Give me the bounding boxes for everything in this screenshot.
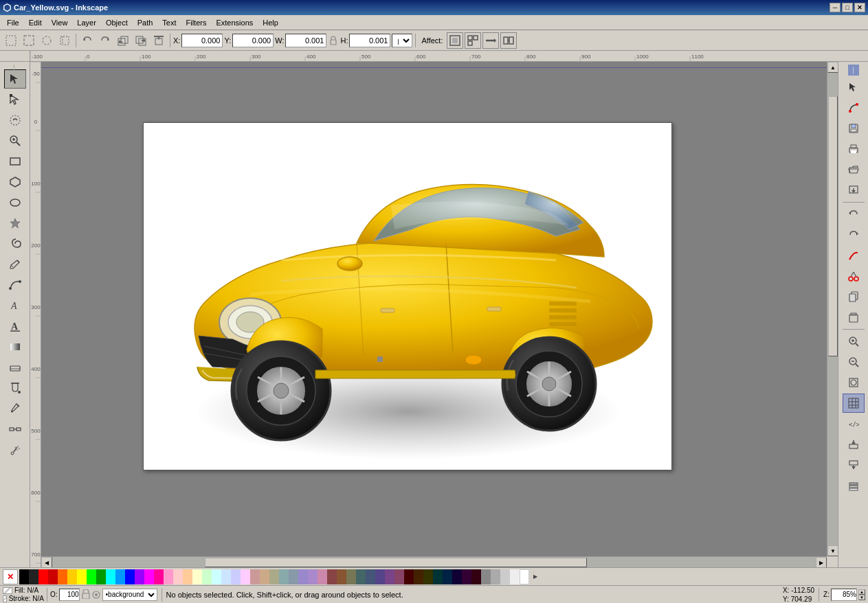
swatch-lightviolet[interactable] bbox=[241, 569, 250, 584]
no-color-swatch[interactable]: ✕ bbox=[3, 569, 18, 584]
palette-expand-button[interactable]: ▶ bbox=[531, 569, 540, 584]
swatch-red2[interactable] bbox=[48, 569, 58, 584]
tb-transform2[interactable] bbox=[56, 32, 73, 49]
canvas-area[interactable]: ▲ ▼ ◀ ▶ bbox=[41, 62, 838, 567]
swatch-chocolate[interactable] bbox=[414, 569, 423, 584]
swatch-olive[interactable] bbox=[346, 569, 356, 584]
menu-object[interactable]: Object bbox=[102, 17, 132, 28]
zoom-in-right[interactable] bbox=[843, 332, 865, 351]
swatch-lightgreen[interactable] bbox=[202, 569, 212, 584]
save-button-right[interactable] bbox=[843, 119, 865, 138]
scroll-down-button[interactable]: ▼ bbox=[827, 545, 838, 556]
stroke-color-box[interactable] bbox=[3, 595, 7, 602]
copy-right[interactable] bbox=[843, 287, 865, 306]
print-button-right[interactable] bbox=[843, 139, 865, 159]
swatch-lime[interactable] bbox=[87, 569, 96, 584]
export-button-right[interactable] bbox=[843, 181, 865, 200]
menu-help[interactable]: Help bbox=[258, 17, 282, 28]
swatch-lightpink[interactable] bbox=[164, 569, 173, 584]
swatch-brown[interactable] bbox=[337, 569, 346, 584]
swatch-gray2[interactable] bbox=[491, 569, 500, 584]
swatch-darkgray[interactable] bbox=[29, 569, 38, 584]
dropper-tool[interactable] bbox=[4, 399, 26, 418]
layer-dropdown[interactable]: •background bbox=[102, 589, 157, 601]
calligraphy-right[interactable] bbox=[843, 246, 865, 265]
swatch-slate[interactable] bbox=[289, 569, 298, 584]
scroll-thumb-v[interactable] bbox=[828, 96, 838, 356]
swatch-darkolive[interactable] bbox=[423, 569, 433, 584]
bezier-tool[interactable] bbox=[4, 275, 26, 295]
swatch-magenta[interactable] bbox=[144, 569, 154, 584]
select-tool-right[interactable] bbox=[843, 78, 865, 97]
gradient-tool[interactable] bbox=[4, 337, 26, 356]
swatch-orchid[interactable] bbox=[318, 569, 327, 584]
zoom-input[interactable] bbox=[831, 589, 857, 601]
zoom-fit-right[interactable] bbox=[843, 373, 865, 392]
scroll-up-button[interactable]: ▲ bbox=[827, 62, 838, 73]
swatch-black[interactable] bbox=[19, 569, 29, 584]
node-tool-right[interactable] bbox=[843, 98, 865, 117]
swatch-peach[interactable] bbox=[183, 569, 192, 584]
minimize-button[interactable]: ─ bbox=[830, 3, 841, 12]
zoom-tool[interactable] bbox=[4, 131, 26, 150]
swatch-darkteal[interactable] bbox=[356, 569, 366, 584]
export3-right[interactable] bbox=[843, 455, 865, 475]
swatch-orange[interactable] bbox=[58, 569, 67, 584]
swatch-crimson[interactable] bbox=[394, 569, 404, 584]
v-scrollbar[interactable]: ▲ ▼ bbox=[827, 62, 838, 556]
swatch-darkred[interactable] bbox=[327, 569, 337, 584]
swatch-blue[interactable] bbox=[125, 569, 135, 584]
swatch-yellow[interactable] bbox=[77, 569, 87, 584]
node-tool[interactable] bbox=[4, 90, 26, 109]
tb-node[interactable] bbox=[21, 32, 37, 49]
tb-redo[interactable] bbox=[97, 32, 113, 49]
swatch-green[interactable] bbox=[96, 569, 106, 584]
redo-right[interactable] bbox=[843, 225, 865, 244]
menu-extensions[interactable]: Extensions bbox=[212, 17, 257, 28]
affect-btn3[interactable] bbox=[482, 32, 499, 49]
connector-tool[interactable] bbox=[4, 420, 26, 439]
swatch-gray1[interactable] bbox=[481, 569, 491, 584]
lock-aspect-button[interactable] bbox=[328, 35, 339, 46]
menu-file[interactable]: File bbox=[3, 17, 23, 28]
affect-btn4[interactable] bbox=[500, 32, 517, 49]
swatch-lightblue[interactable] bbox=[221, 569, 231, 584]
swatch-darkcyan[interactable] bbox=[433, 569, 443, 584]
h-input[interactable] bbox=[349, 34, 390, 47]
select-tool[interactable] bbox=[4, 69, 26, 89]
tb-transform[interactable] bbox=[38, 32, 55, 49]
menu-edit[interactable]: Edit bbox=[25, 17, 46, 28]
swatch-teal2[interactable] bbox=[279, 569, 289, 584]
swatch-maroon[interactable] bbox=[404, 569, 414, 584]
spray-tool[interactable] bbox=[4, 440, 26, 459]
ellipse-tool[interactable] bbox=[4, 193, 26, 212]
swatch-lavender[interactable] bbox=[231, 569, 241, 584]
eraser-tool[interactable] bbox=[4, 358, 26, 377]
menu-filters[interactable]: Filters bbox=[182, 17, 211, 28]
h-scrollbar[interactable]: ◀ ▶ bbox=[41, 556, 827, 567]
swatch-navy[interactable] bbox=[366, 569, 375, 584]
swatch-violet[interactable] bbox=[385, 569, 394, 584]
swatch-purple[interactable] bbox=[135, 569, 144, 584]
open-button-right[interactable] bbox=[843, 160, 865, 179]
cut-right[interactable] bbox=[843, 266, 865, 286]
close-button[interactable]: ✕ bbox=[854, 3, 865, 12]
scroll-track-v[interactable] bbox=[827, 73, 838, 545]
polygon-tool[interactable] bbox=[4, 172, 26, 192]
import-right[interactable] bbox=[843, 435, 865, 454]
undo-right[interactable] bbox=[843, 205, 865, 224]
swatch-tan[interactable] bbox=[260, 569, 269, 584]
swatch-rose[interactable] bbox=[173, 569, 183, 584]
menu-path[interactable]: Path bbox=[133, 17, 157, 28]
tb-top[interactable] bbox=[151, 32, 167, 49]
y-input[interactable] bbox=[232, 34, 274, 47]
maximize-button[interactable]: □ bbox=[842, 3, 853, 12]
swatch-indigo[interactable] bbox=[375, 569, 385, 584]
tb-select[interactable] bbox=[3, 32, 19, 49]
xml-editor-right[interactable]: </> bbox=[843, 414, 865, 433]
scroll-left-button[interactable]: ◀ bbox=[41, 557, 52, 567]
text-tool[interactable]: A bbox=[4, 317, 26, 336]
lock-icon-status[interactable] bbox=[82, 589, 90, 600]
pencil-tool[interactable] bbox=[4, 255, 26, 274]
swatch-gold[interactable] bbox=[67, 569, 77, 584]
